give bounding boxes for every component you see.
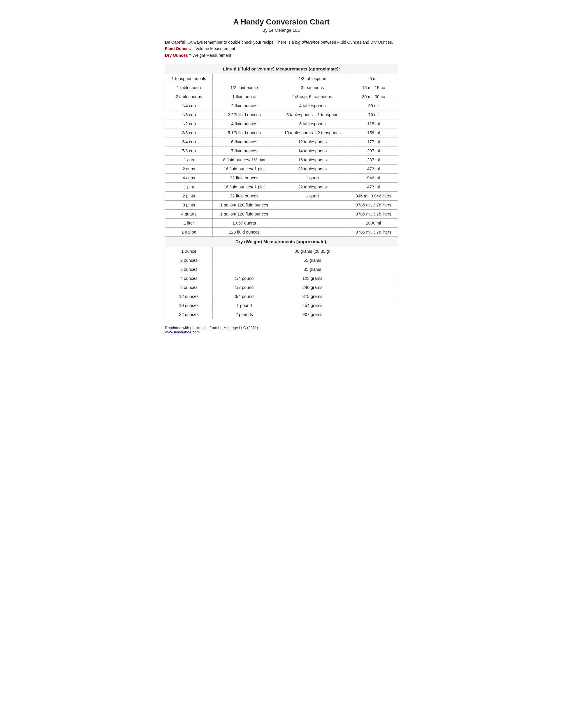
table-cell: 1/2 cup [165, 119, 213, 128]
table-cell: 946 ml [349, 174, 398, 183]
footer-link[interactable]: www.lemelange.com [165, 330, 199, 334]
table-cell: 32 fluid ounces [213, 192, 276, 201]
table-cell: 1 pint [165, 183, 213, 192]
table-cell [349, 283, 398, 292]
table-cell: 907 grams [276, 310, 349, 319]
table-row: 1 ounce30 grams (28.35 g) [165, 247, 398, 256]
table-cell: 2/3 cup [165, 128, 213, 137]
table-cell: 4 cups [165, 174, 213, 183]
table-cell: 32 tablespoons [276, 165, 349, 174]
table-cell: 177 ml [349, 137, 398, 146]
table-cell [349, 256, 398, 265]
warning-text-2: between Fluid Ounces and Dry Ounces. [320, 40, 393, 45]
table-row: 1 teaspoon equals1/3 tablespoon5 ml [165, 74, 398, 83]
dry-equals: = Weight Measurement [188, 53, 231, 58]
table-row: 16 ounces1 pound454 grams [165, 301, 398, 310]
table-row: 4 cups32 fluid ounces1 quart946 ml [165, 174, 398, 183]
table-cell: 2 ounces [165, 256, 213, 265]
table-row: 1 cup8 fluid ounces/ 1/2 pint16 tablespo… [165, 156, 398, 165]
be-careful-label: Be Careful.... [165, 40, 190, 45]
table-row: 1/3 cup2 2/3 fluid ounces5 tablespoons +… [165, 110, 398, 119]
table-cell: 473 ml [349, 183, 398, 192]
footer: Reprinted with permission from Le Melang… [165, 326, 398, 334]
table-cell [276, 228, 349, 237]
table-row: 1 pint16 fluid ounces/ 1 pint32 tablespo… [165, 183, 398, 192]
table-cell: 1 gallon/ 128 fluid ounces [213, 201, 276, 210]
table-cell [349, 301, 398, 310]
table-cell: 2 pints [165, 192, 213, 201]
table-row: 2 ounces55 grams [165, 256, 398, 265]
table-cell [276, 219, 349, 228]
table-row: 2 tablespoons1 fluid ounce1/8 cup, 6 tea… [165, 92, 398, 101]
table-cell [213, 256, 276, 265]
table-row: 2 pints32 fluid ounces1 quart946 ml, 0.9… [165, 192, 398, 201]
table-row: 2 cups16 fluid ounces/ 1 pint32 tablespo… [165, 165, 398, 174]
table-cell: 1 liter [165, 219, 213, 228]
table-cell: 5 ml [349, 74, 398, 83]
table-cell: 16 fluid ounces/ 1 pint [213, 165, 276, 174]
warning-block: Be Careful....Always remember to double … [165, 39, 398, 59]
table-cell: 1 quart [276, 192, 349, 201]
table-cell: 7/8 cup [165, 146, 213, 156]
table-cell [276, 201, 349, 210]
dry-label: Dry Ounces [165, 53, 188, 58]
table-cell: 15 ml, 15 cc [349, 83, 398, 92]
table-cell [213, 265, 276, 274]
table-cell: 1/4 pound [213, 274, 276, 283]
footer-text: Reprinted with permission from Le Melang… [165, 326, 398, 330]
table-cell: 16 ounces [165, 301, 213, 310]
table-row: 32 ounces2 pounds907 grams [165, 310, 398, 319]
table-cell: 8 pints [165, 201, 213, 210]
table-cell: 1 teaspoon equals [165, 74, 213, 83]
table-cell [349, 265, 398, 274]
table-cell: 3/4 cup [165, 137, 213, 146]
conversion-table: Liquid (Fluid or Volume) Measurements (a… [165, 64, 398, 319]
table-cell: 1 ounce [165, 247, 213, 256]
table-cell: 1/2 pound [213, 283, 276, 292]
fluid-equals: = Volume Measurement [191, 46, 235, 51]
table-row: 3/4 cup6 fluid ounces12 tablespoons177 m… [165, 137, 398, 146]
big-diff-label: big difference [295, 40, 320, 45]
table-cell [276, 210, 349, 219]
table-cell: 1 quart [276, 174, 349, 183]
table-cell: 3 teaspoons [276, 83, 349, 92]
page-subtitle: By Le Melange LLC [165, 28, 398, 33]
table-row: 8 pints1 gallon/ 128 fluid ounces3785 ml… [165, 201, 398, 210]
table-cell: 10 tablespoons + 2 teaspoons [276, 128, 349, 137]
table-cell: 125 grams [276, 274, 349, 283]
table-cell: 12 ounces [165, 292, 213, 301]
table-cell: 1/4 cup [165, 101, 213, 110]
table-cell: 32 ounces [165, 310, 213, 319]
table-cell: 1/3 tablespoon [276, 74, 349, 83]
table-cell: 79 ml [349, 110, 398, 119]
table-row: 1/4 cup2 fluid ounces4 tablespoons59 ml [165, 101, 398, 110]
table-cell: 5 tablespoons + 1 teaspoon [276, 110, 349, 119]
table-cell: 6 fluid ounces [213, 137, 276, 146]
table-cell: 59 ml [349, 101, 398, 110]
table-cell: 32 fluid ounces [213, 174, 276, 183]
table-cell: 8 ounces [165, 283, 213, 292]
table-cell: 1 pound [213, 301, 276, 310]
table-cell: 5 1/3 fluid ounces [213, 128, 276, 137]
table-cell: 4 quarts [165, 210, 213, 219]
table-cell: 1 cup [165, 156, 213, 165]
table-cell [349, 292, 398, 301]
table-cell: 1 fluid ounce [213, 92, 276, 101]
table-cell: 2 fluid ounces [213, 101, 276, 110]
table-cell: 8 tablespoons [276, 119, 349, 128]
table-cell: 240 grams [276, 283, 349, 292]
table-cell: 14 tablespoons [276, 146, 349, 156]
table-cell: 30 ml, 30 cc [349, 92, 398, 101]
table-cell: 2 tablespoons [165, 92, 213, 101]
table-cell: 8 fluid ounces/ 1/2 pint [213, 156, 276, 165]
table-cell [349, 274, 398, 283]
table-cell: 85 grams [276, 265, 349, 274]
dry-header: Dry (Weight) Measurements (approximate): [165, 237, 398, 247]
table-cell: 128 fluid ounces [213, 228, 276, 237]
table-cell: 454 grams [276, 301, 349, 310]
table-row: 1 liter1.057 quarts1000 ml [165, 219, 398, 228]
table-row: 8 ounces1/2 pound240 grams [165, 283, 398, 292]
table-cell: 3 ounces [165, 265, 213, 274]
table-cell: 4 tablespoons [276, 101, 349, 110]
table-cell: 12 tablespoons [276, 137, 349, 146]
